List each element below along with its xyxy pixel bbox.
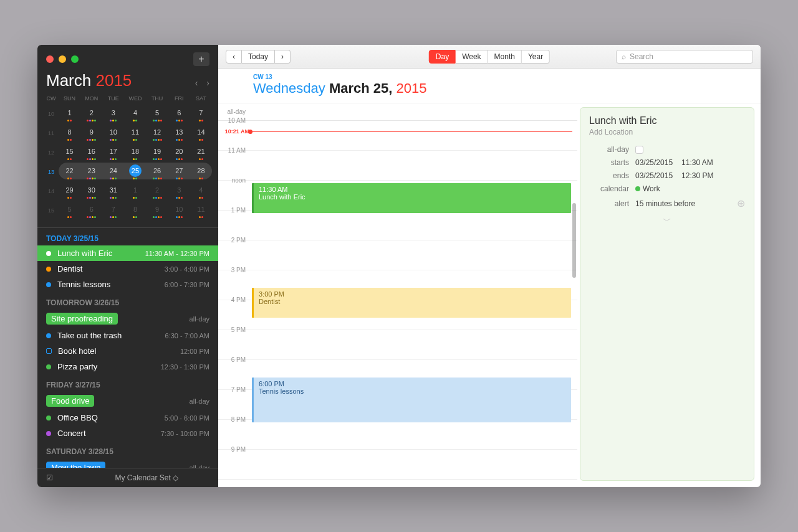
starts-time[interactable]: 11:30 AM xyxy=(681,158,713,167)
agenda-item[interactable]: Site proofreadingall-day xyxy=(37,310,218,328)
calendar-day[interactable]: 10 xyxy=(168,202,190,219)
checkmark-icon[interactable]: ☑ xyxy=(46,473,53,482)
calendar-day[interactable]: 8 xyxy=(59,125,80,142)
calendar-week-label: CW 13 xyxy=(253,74,753,80)
calendar-day[interactable]: 31 xyxy=(102,183,124,200)
add-event-button[interactable]: + xyxy=(193,52,209,66)
next-month-button[interactable]: › xyxy=(206,78,209,88)
hour-label: noon xyxy=(218,177,251,184)
calendar-day[interactable]: 23 xyxy=(80,163,102,181)
calendar-day[interactable]: 29 xyxy=(59,183,80,200)
calendar-day[interactable]: 7 xyxy=(190,105,212,123)
date-heading: Wednesday March 25, 2015 xyxy=(253,80,753,97)
agenda-item[interactable]: Concert7:30 - 10:00 PM xyxy=(37,425,218,441)
agenda-item[interactable]: Pizza party12:30 - 1:30 PM xyxy=(37,359,218,374)
mini-calendar[interactable]: CWSUNMONTUEWEDTHUFRISAT10123456711891011… xyxy=(37,95,218,227)
calendar-day[interactable]: 19 xyxy=(147,144,168,161)
calendar-day[interactable]: 14 xyxy=(190,125,212,142)
agenda-item[interactable]: Book hotel12:00 PM xyxy=(37,343,218,359)
hour-label: 10 AM xyxy=(218,117,251,124)
calendar-day[interactable]: 15 xyxy=(59,144,80,161)
calendar-selector[interactable]: Work xyxy=(635,184,660,193)
agenda-item[interactable]: Dentist3:00 - 4:00 PM xyxy=(37,261,218,277)
calendar-day[interactable]: 28 xyxy=(190,163,212,181)
calendar-day[interactable]: 2 xyxy=(80,105,102,123)
location-field[interactable]: Add Location xyxy=(589,128,745,136)
calendar-day[interactable]: 11 xyxy=(124,125,146,142)
agenda-item[interactable]: Tennis lessons6:00 - 7:30 PM xyxy=(37,277,218,292)
calendar-day[interactable]: 8 xyxy=(124,202,146,219)
toolbar: ‹ Today › Day Week Month Year ⌕ Search xyxy=(218,45,761,69)
allday-checkbox[interactable] xyxy=(635,146,643,154)
calendar-day[interactable]: 7 xyxy=(102,202,124,219)
now-indicator xyxy=(251,131,572,132)
ends-date[interactable]: 03/25/2015 xyxy=(635,171,673,180)
agenda-section-header: FRIDAY 3/27/15 xyxy=(37,374,218,392)
calendar-day[interactable]: 10 xyxy=(102,125,124,142)
minimize-icon[interactable] xyxy=(59,55,66,63)
starts-date[interactable]: 03/25/2015 xyxy=(635,158,673,167)
view-year-button[interactable]: Year xyxy=(522,50,550,64)
view-day-button[interactable]: Day xyxy=(429,50,456,64)
expand-icon[interactable]: ﹀ xyxy=(589,216,745,227)
calendar-day[interactable]: 4 xyxy=(124,105,146,123)
calendar-day[interactable]: 24 xyxy=(102,163,124,181)
view-week-button[interactable]: Week xyxy=(456,50,488,64)
calendar-day[interactable]: 9 xyxy=(80,125,102,142)
add-alert-button[interactable]: ⊕ xyxy=(737,197,745,209)
event-block[interactable]: 6:00 PMTennis lessons xyxy=(252,378,571,422)
event-block[interactable]: 3:00 PMDentist xyxy=(252,288,571,318)
calendar-day[interactable]: 20 xyxy=(168,144,190,161)
calendar-day[interactable]: 12 xyxy=(147,125,168,142)
alert-value[interactable]: 15 minutes before xyxy=(635,199,695,208)
view-month-button[interactable]: Month xyxy=(488,50,522,64)
day-view[interactable]: all-day 10 AM11 AMnoon1 PM2 PM3 PM4 PM5 … xyxy=(218,103,577,487)
calendar-day[interactable]: 5 xyxy=(147,105,168,123)
calendar-day[interactable]: 6 xyxy=(80,202,102,219)
sidebar: + March 2015 ‹ › CWSUNMONTUEWEDTHUFRISAT… xyxy=(37,45,218,487)
calendar-day[interactable]: 30 xyxy=(80,183,102,200)
maximize-icon[interactable] xyxy=(71,55,79,63)
calendar-day[interactable]: 13 xyxy=(168,125,190,142)
event-inspector: Lunch with Eric Add Location all-day sta… xyxy=(580,107,754,481)
next-day-button[interactable]: › xyxy=(275,50,291,64)
calendar-day[interactable]: 2 xyxy=(147,183,168,200)
scrollbar[interactable] xyxy=(572,203,576,278)
calendar-set-selector[interactable]: My Calendar Set ◇ xyxy=(115,473,179,482)
event-block[interactable]: 11:30 AMLunch with Eric xyxy=(252,183,571,213)
hour-label: 1 PM xyxy=(218,207,251,214)
calendar-day[interactable]: 1 xyxy=(59,105,80,123)
calendar-day[interactable]: 26 xyxy=(147,163,168,181)
calendar-day[interactable]: 1 xyxy=(124,183,146,200)
today-button[interactable]: Today xyxy=(242,50,275,64)
calendar-day[interactable]: 4 xyxy=(190,183,212,200)
hour-label: 3 PM xyxy=(218,267,251,273)
calendar-day[interactable]: 17 xyxy=(102,144,124,161)
agenda-item[interactable]: Office BBQ5:00 - 6:00 PM xyxy=(37,410,218,425)
calendar-day[interactable]: 21 xyxy=(190,144,212,161)
calendar-day[interactable]: 5 xyxy=(59,202,80,219)
calendar-day[interactable]: 18 xyxy=(124,144,146,161)
agenda-item[interactable]: Mow the lawnall-day xyxy=(37,458,218,468)
ends-time[interactable]: 12:30 PM xyxy=(681,171,713,180)
agenda-item[interactable]: Lunch with Eric11:30 AM - 12:30 PM xyxy=(37,245,218,261)
calendar-day[interactable]: 25 xyxy=(124,163,146,181)
agenda-section-header: TODAY 3/25/15 xyxy=(37,228,218,245)
agenda-item[interactable]: Food driveall-day xyxy=(37,392,218,410)
calendar-day[interactable]: 3 xyxy=(102,105,124,123)
agenda-list[interactable]: TODAY 3/25/15Lunch with Eric11:30 AM - 1… xyxy=(37,227,218,468)
calendar-day[interactable]: 6 xyxy=(168,105,190,123)
calendar-day[interactable]: 22 xyxy=(59,163,80,181)
calendar-day[interactable]: 3 xyxy=(168,183,190,200)
search-input[interactable]: ⌕ Search xyxy=(616,50,753,64)
prev-day-button[interactable]: ‹ xyxy=(226,50,242,64)
calendar-day[interactable]: 27 xyxy=(168,163,190,181)
hour-label: 9 PM xyxy=(218,446,251,453)
close-icon[interactable] xyxy=(46,55,54,63)
calendar-day[interactable]: 16 xyxy=(80,144,102,161)
prev-month-button[interactable]: ‹ xyxy=(195,78,198,88)
agenda-item[interactable]: Take out the trash6:30 - 7:00 AM xyxy=(37,328,218,343)
event-title[interactable]: Lunch with Eric xyxy=(589,115,745,126)
calendar-day[interactable]: 9 xyxy=(147,202,168,219)
calendar-day[interactable]: 11 xyxy=(190,202,212,219)
